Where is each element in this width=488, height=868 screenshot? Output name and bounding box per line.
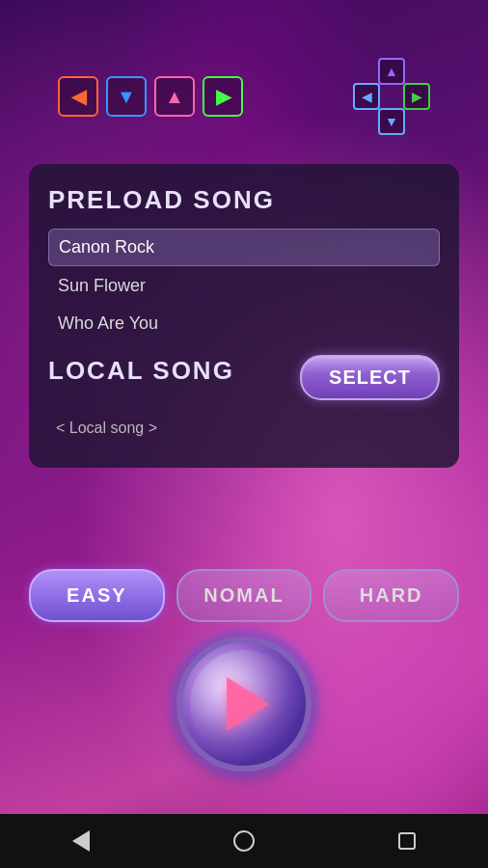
play-button-container — [176, 637, 312, 772]
main-panel: PRELOAD SONG Canon Rock Sun Flower Who A… — [29, 164, 459, 468]
nav-home-icon — [233, 830, 255, 852]
select-button[interactable]: SELECT — [300, 355, 440, 400]
dpad-down-icon[interactable]: ▼ — [378, 108, 405, 135]
arrow-down-icon[interactable]: ▼ — [106, 76, 147, 117]
dpad-left-icon[interactable]: ◀ — [353, 83, 380, 110]
dpad-right-icon[interactable]: ▶ — [403, 83, 430, 110]
nav-bar — [0, 814, 488, 868]
play-button[interactable] — [176, 637, 312, 772]
arrow-right-icon[interactable]: ▶ — [203, 76, 243, 117]
song-item-canon-rock[interactable]: Canon Rock — [48, 229, 440, 266]
arrow-left-icon[interactable]: ◀ — [58, 76, 98, 117]
dpad-up-icon[interactable]: ▲ — [378, 58, 405, 85]
nav-back-icon — [72, 830, 90, 852]
preload-section-title: PRELOAD SONG — [48, 185, 440, 215]
dpad: ▲ ◀ ▶ ▼ — [353, 58, 430, 135]
nav-recents-icon — [398, 832, 416, 850]
easy-button[interactable]: EASY — [29, 569, 165, 622]
play-triangle-icon — [227, 677, 269, 731]
arrow-up-icon[interactable]: ▲ — [154, 76, 195, 117]
hard-button[interactable]: HARD — [323, 569, 459, 622]
local-section-title: LOCAL SONG — [48, 356, 234, 386]
nav-recents-button[interactable] — [398, 832, 416, 850]
app: ◀ ▼ ▲ ▶ ▲ ◀ ▶ ▼ PRELOAD SONG Canon Rock … — [0, 0, 488, 868]
difficulty-row: EASY NOMAL HARD — [29, 569, 459, 622]
left-arrows-group: ◀ ▼ ▲ ▶ — [58, 76, 243, 117]
song-item-sun-flower[interactable]: Sun Flower — [48, 268, 440, 304]
local-song-placeholder: < Local song > — [48, 416, 440, 441]
normal-button[interactable]: NOMAL — [176, 569, 312, 622]
nav-back-button[interactable] — [72, 830, 90, 852]
top-arrows-container: ◀ ▼ ▲ ▶ ▲ ◀ ▶ ▼ — [0, 58, 488, 135]
local-song-row: LOCAL SONG SELECT — [48, 355, 440, 400]
nav-home-button[interactable] — [233, 830, 255, 852]
song-item-who-are-you[interactable]: Who Are You — [48, 306, 440, 341]
